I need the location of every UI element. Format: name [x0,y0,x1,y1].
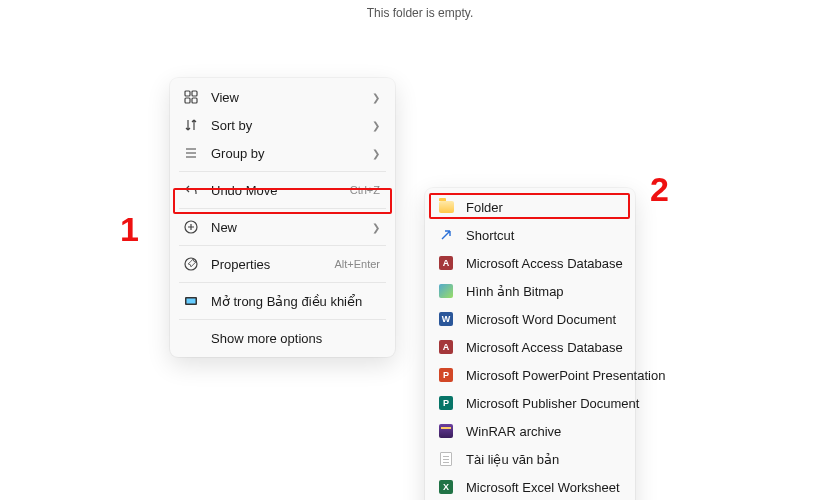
menu-properties[interactable]: Properties Alt+Enter [175,250,390,278]
blank-icon [183,330,199,346]
menu-show-more-label: Show more options [211,331,380,346]
context-menu-main: View ❯ Sort by ❯ Group by ❯ Undo Move Ct… [170,78,395,357]
submenu-bitmap-label: Hình ảnh Bitmap [466,284,620,299]
publisher-icon: P [438,395,454,411]
submenu-access-2[interactable]: A Microsoft Access Database [430,333,630,361]
submenu-excel-label: Microsoft Excel Worksheet [466,480,620,495]
chevron-right-icon: ❯ [372,120,380,131]
menu-new[interactable]: New ❯ [175,213,390,241]
submenu-text-document[interactable]: Tài liệu văn bản [430,445,630,473]
submenu-bitmap[interactable]: Hình ảnh Bitmap [430,277,630,305]
menu-divider [179,282,386,283]
submenu-word[interactable]: W Microsoft Word Document [430,305,630,333]
view-icon [183,89,199,105]
menu-show-more-options[interactable]: Show more options [175,324,390,352]
menu-group-by-label: Group by [211,146,360,161]
excel-icon: X [438,479,454,495]
submenu-powerpoint[interactable]: P Microsoft PowerPoint Presentation [430,361,630,389]
svg-rect-0 [185,91,190,96]
new-icon [183,219,199,235]
submenu-access-1-label: Microsoft Access Database [466,256,623,271]
folder-icon [438,199,454,215]
menu-view-label: View [211,90,360,105]
menu-undo-move-shortcut: Ctrl+Z [350,184,380,196]
menu-open-control-panel[interactable]: Mở trong Bảng điều khiển [175,287,390,315]
access-icon: A [438,255,454,271]
menu-sort-by[interactable]: Sort by ❯ [175,111,390,139]
empty-folder-message: This folder is empty. [367,6,473,20]
menu-control-panel-label: Mở trong Bảng điều khiển [211,294,380,309]
submenu-folder[interactable]: Folder [430,193,630,221]
word-icon: W [438,311,454,327]
bitmap-icon [438,283,454,299]
svg-rect-3 [192,98,197,103]
submenu-access-2-label: Microsoft Access Database [466,340,623,355]
annotation-number-2: 2 [650,170,669,209]
submenu-shortcut[interactable]: Shortcut [430,221,630,249]
svg-point-5 [185,258,197,270]
menu-divider [179,208,386,209]
submenu-powerpoint-label: Microsoft PowerPoint Presentation [466,368,665,383]
svg-rect-1 [192,91,197,96]
context-menu-new-submenu: Folder Shortcut A Microsoft Access Datab… [425,188,635,500]
submenu-word-label: Microsoft Word Document [466,312,620,327]
menu-undo-move-label: Undo Move [211,183,338,198]
menu-new-label: New [211,220,360,235]
control-panel-icon [183,293,199,309]
undo-icon [183,182,199,198]
menu-properties-label: Properties [211,257,322,272]
chevron-right-icon: ❯ [372,148,380,159]
submenu-access-1[interactable]: A Microsoft Access Database [430,249,630,277]
text-document-icon [438,451,454,467]
properties-icon [183,256,199,272]
svg-rect-2 [185,98,190,103]
submenu-winrar[interactable]: WinRAR archive [430,417,630,445]
access-icon: A [438,339,454,355]
menu-group-by[interactable]: Group by ❯ [175,139,390,167]
winrar-icon [438,423,454,439]
menu-divider [179,245,386,246]
sort-icon [183,117,199,133]
menu-properties-shortcut: Alt+Enter [334,258,380,270]
submenu-excel[interactable]: X Microsoft Excel Worksheet [430,473,630,500]
submenu-text-label: Tài liệu văn bản [466,452,620,467]
group-icon [183,145,199,161]
menu-sort-by-label: Sort by [211,118,360,133]
submenu-winrar-label: WinRAR archive [466,424,620,439]
chevron-right-icon: ❯ [372,92,380,103]
menu-divider [179,171,386,172]
submenu-shortcut-label: Shortcut [466,228,620,243]
submenu-publisher-label: Microsoft Publisher Document [466,396,639,411]
powerpoint-icon: P [438,367,454,383]
menu-view[interactable]: View ❯ [175,83,390,111]
menu-divider [179,319,386,320]
svg-rect-7 [187,299,196,304]
shortcut-icon [438,227,454,243]
submenu-folder-label: Folder [466,200,620,215]
menu-undo-move[interactable]: Undo Move Ctrl+Z [175,176,390,204]
submenu-publisher[interactable]: P Microsoft Publisher Document [430,389,630,417]
annotation-number-1: 1 [120,210,139,249]
chevron-right-icon: ❯ [372,222,380,233]
